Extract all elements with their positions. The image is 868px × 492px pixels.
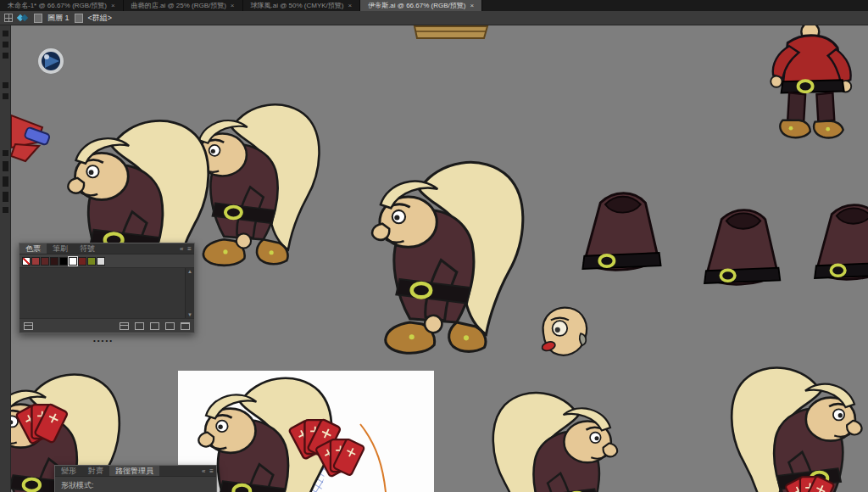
tab-title: 伊帝斯.ai @ 66.67% (RGB/預覽): [368, 1, 465, 10]
red-shirt-figure[interactable]: [771, 25, 851, 137]
swatch-row: [19, 254, 194, 268]
close-icon[interactable]: ×: [348, 2, 352, 9]
document-tab-bar: 未命名-1* @ 66.67% (RGB/預覽) × 曲藝的店.ai @ 25%…: [0, 0, 868, 11]
witch-figure-bottom-right[interactable]: [732, 368, 861, 492]
swatch-kinds-icon[interactable]: [120, 322, 129, 330]
vest-artwork-2[interactable]: [704, 210, 780, 285]
swatch-list-area[interactable]: ▲ ▼: [19, 268, 194, 319]
scroll-down-icon[interactable]: ▼: [187, 312, 192, 317]
swatch-libraries-icon[interactable]: [24, 322, 33, 330]
document-tab-1[interactable]: 未命名-1* @ 66.67% (RGB/預覽) ×: [0, 0, 124, 11]
tab-title: 球隊風.ai @ 50% (CMYK/預覽): [251, 1, 344, 10]
tool-icon[interactable]: [3, 53, 8, 59]
tool-icon[interactable]: [3, 93, 8, 99]
tab-transform[interactable]: 變形: [55, 466, 82, 476]
group-thumb-icon: [75, 14, 83, 23]
isolation-mode-icon[interactable]: [18, 13, 29, 23]
tab-brushes[interactable]: 筆刷: [47, 243, 74, 254]
swatches-panel: 色票 筆刷 符號 « ≡ ▲ ▼: [19, 243, 195, 333]
swatch[interactable]: [41, 257, 49, 266]
tool-icon[interactable]: [3, 176, 8, 187]
collapse-panel-icon[interactable]: «: [180, 245, 183, 253]
swatch[interactable]: [50, 257, 58, 266]
delete-swatch-icon[interactable]: [181, 322, 190, 330]
pathfinder-body: 形狀模式:: [55, 477, 216, 492]
swatch[interactable]: [31, 257, 40, 266]
scrollbar[interactable]: ▲ ▼: [185, 268, 194, 318]
collapse-panel-icon[interactable]: «: [202, 467, 205, 475]
close-icon[interactable]: ×: [111, 2, 115, 9]
witch-figure-2[interactable]: [192, 104, 320, 266]
panel-drag-handle[interactable]: •••••: [93, 337, 114, 344]
document-tab-3[interactable]: 球隊風.ai @ 50% (CMYK/預覽) ×: [243, 0, 361, 11]
crate-artwork[interactable]: [415, 26, 487, 38]
tool-icon[interactable]: [3, 42, 8, 48]
swatch-options-icon[interactable]: [135, 322, 144, 330]
document-tab-4-active[interactable]: 伊帝斯.ai @ 66.67% (RGB/預覽) ×: [360, 0, 482, 11]
shape-modes-label: 形狀模式:: [61, 481, 94, 489]
swatches-panel-footer: [19, 319, 194, 333]
breadcrumb-layer[interactable]: 圖層 1: [47, 13, 70, 24]
tool-icon[interactable]: [3, 161, 8, 171]
tools-panel: [0, 25, 11, 492]
swatch[interactable]: [78, 257, 86, 266]
swatch[interactable]: [59, 257, 68, 266]
new-swatch-icon[interactable]: [165, 322, 175, 330]
panel-menu-icon[interactable]: ≡: [187, 245, 192, 253]
tool-icon[interactable]: [3, 192, 8, 202]
document-tab-2[interactable]: 曲藝的店.ai @ 25% (RGB/預覽) ×: [124, 0, 243, 11]
tool-icon[interactable]: [3, 150, 8, 156]
tab-title: 曲藝的店.ai @ 25% (RGB/預覽): [131, 1, 226, 10]
swatch[interactable]: [87, 257, 96, 266]
witch-figure-bottom-mid[interactable]: [493, 393, 617, 492]
new-color-group-icon[interactable]: [150, 322, 159, 330]
vest-artwork-3[interactable]: [815, 205, 868, 280]
sphere-artwork[interactable]: [37, 48, 64, 75]
tab-pathfinder[interactable]: 路徑管理員: [109, 466, 159, 476]
tab-title: 未命名-1* @ 66.67% (RGB/預覽): [8, 1, 107, 10]
pathfinder-panel-tabs: 變形 對齊 路徑管理員 « ≡: [55, 466, 216, 477]
close-icon[interactable]: ×: [231, 2, 235, 9]
tool-icon[interactable]: [3, 207, 8, 213]
tool-icon[interactable]: [3, 82, 8, 88]
layer-thumb-icon: [34, 14, 42, 23]
vest-artwork-1[interactable]: [582, 193, 660, 271]
breadcrumb-group[interactable]: <群組>: [88, 13, 113, 24]
isolation-breadcrumb-bar: 圖層 1 <群組>: [0, 11, 868, 25]
saw-tool-artwork[interactable]: [11, 115, 50, 161]
swatch[interactable]: [97, 257, 105, 266]
scroll-up-icon[interactable]: ▲: [187, 269, 192, 274]
tab-symbols[interactable]: 符號: [74, 243, 101, 254]
tab-swatches[interactable]: 色票: [19, 243, 47, 254]
swatch-none[interactable]: [22, 257, 31, 266]
tool-icon[interactable]: [3, 31, 8, 36]
pathfinder-panel: 變形 對齊 路徑管理員 « ≡ 形狀模式:: [54, 465, 217, 492]
artboard-nav-icon[interactable]: [4, 14, 13, 22]
swatch-selected[interactable]: [69, 257, 77, 266]
bald-head-artwork[interactable]: [541, 308, 587, 355]
illustrator-window: 未命名-1* @ 66.67% (RGB/預覽) × 曲藝的店.ai @ 25%…: [0, 0, 868, 492]
close-icon[interactable]: ×: [470, 2, 474, 9]
witch-figure-center[interactable]: [372, 162, 523, 353]
tab-align[interactable]: 對齊: [82, 466, 109, 476]
panel-menu-icon[interactable]: ≡: [209, 467, 214, 475]
swatches-panel-tabs: 色票 筆刷 符號 « ≡: [19, 243, 194, 254]
